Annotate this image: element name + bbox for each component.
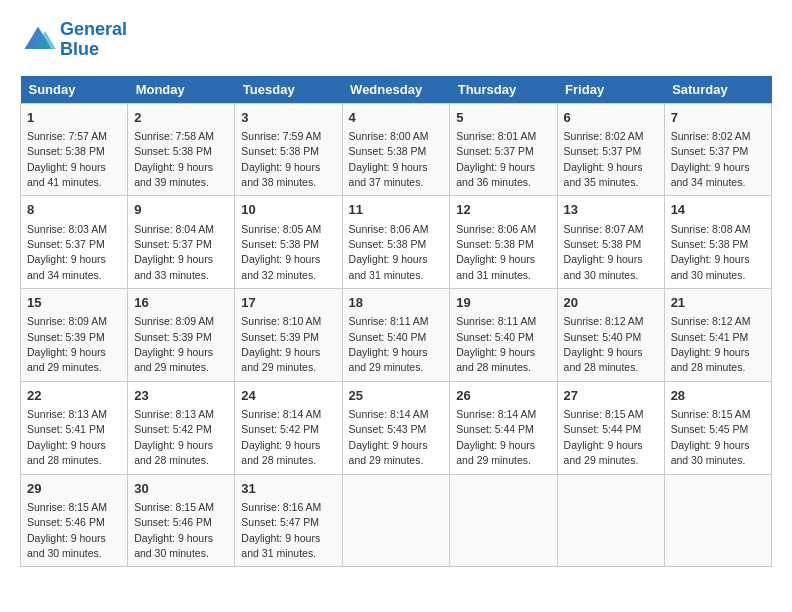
day-number: 10 (241, 201, 335, 219)
day-info: Sunrise: 8:06 AMSunset: 5:38 PMDaylight:… (349, 223, 429, 281)
calendar-cell: 7Sunrise: 8:02 AMSunset: 5:37 PMDaylight… (664, 103, 771, 196)
day-info: Sunrise: 8:16 AMSunset: 5:47 PMDaylight:… (241, 501, 321, 559)
calendar-cell: 20Sunrise: 8:12 AMSunset: 5:40 PMDayligh… (557, 289, 664, 382)
day-info: Sunrise: 8:01 AMSunset: 5:37 PMDaylight:… (456, 130, 536, 188)
calendar-cell (664, 474, 771, 567)
day-info: Sunrise: 8:15 AMSunset: 5:44 PMDaylight:… (564, 408, 644, 466)
calendar-cell: 25Sunrise: 8:14 AMSunset: 5:43 PMDayligh… (342, 381, 450, 474)
day-info: Sunrise: 8:02 AMSunset: 5:37 PMDaylight:… (671, 130, 751, 188)
calendar-cell: 8Sunrise: 8:03 AMSunset: 5:37 PMDaylight… (21, 196, 128, 289)
day-info: Sunrise: 8:13 AMSunset: 5:42 PMDaylight:… (134, 408, 214, 466)
calendar-cell: 5Sunrise: 8:01 AMSunset: 5:37 PMDaylight… (450, 103, 557, 196)
calendar-cell: 23Sunrise: 8:13 AMSunset: 5:42 PMDayligh… (128, 381, 235, 474)
column-header-thursday: Thursday (450, 76, 557, 104)
day-number: 20 (564, 294, 658, 312)
calendar-cell: 18Sunrise: 8:11 AMSunset: 5:40 PMDayligh… (342, 289, 450, 382)
calendar-cell: 6Sunrise: 8:02 AMSunset: 5:37 PMDaylight… (557, 103, 664, 196)
day-number: 15 (27, 294, 121, 312)
calendar-cell: 21Sunrise: 8:12 AMSunset: 5:41 PMDayligh… (664, 289, 771, 382)
calendar-cell: 14Sunrise: 8:08 AMSunset: 5:38 PMDayligh… (664, 196, 771, 289)
day-number: 25 (349, 387, 444, 405)
day-number: 14 (671, 201, 765, 219)
day-info: Sunrise: 8:13 AMSunset: 5:41 PMDaylight:… (27, 408, 107, 466)
calendar-week-1: 1Sunrise: 7:57 AMSunset: 5:38 PMDaylight… (21, 103, 772, 196)
day-info: Sunrise: 7:57 AMSunset: 5:38 PMDaylight:… (27, 130, 107, 188)
day-info: Sunrise: 7:59 AMSunset: 5:38 PMDaylight:… (241, 130, 321, 188)
day-info: Sunrise: 8:05 AMSunset: 5:38 PMDaylight:… (241, 223, 321, 281)
day-info: Sunrise: 8:15 AMSunset: 5:46 PMDaylight:… (134, 501, 214, 559)
page-header: General Blue (20, 20, 772, 60)
calendar-cell: 30Sunrise: 8:15 AMSunset: 5:46 PMDayligh… (128, 474, 235, 567)
day-number: 12 (456, 201, 550, 219)
day-number: 28 (671, 387, 765, 405)
calendar-cell: 27Sunrise: 8:15 AMSunset: 5:44 PMDayligh… (557, 381, 664, 474)
day-info: Sunrise: 8:09 AMSunset: 5:39 PMDaylight:… (27, 315, 107, 373)
calendar-week-5: 29Sunrise: 8:15 AMSunset: 5:46 PMDayligh… (21, 474, 772, 567)
day-number: 30 (134, 480, 228, 498)
logo: General Blue (20, 20, 127, 60)
calendar-cell: 31Sunrise: 8:16 AMSunset: 5:47 PMDayligh… (235, 474, 342, 567)
day-number: 31 (241, 480, 335, 498)
day-info: Sunrise: 8:02 AMSunset: 5:37 PMDaylight:… (564, 130, 644, 188)
day-number: 5 (456, 109, 550, 127)
column-header-sunday: Sunday (21, 76, 128, 104)
day-number: 19 (456, 294, 550, 312)
calendar-cell: 2Sunrise: 7:58 AMSunset: 5:38 PMDaylight… (128, 103, 235, 196)
calendar-cell: 1Sunrise: 7:57 AMSunset: 5:38 PMDaylight… (21, 103, 128, 196)
day-info: Sunrise: 8:00 AMSunset: 5:38 PMDaylight:… (349, 130, 429, 188)
column-header-saturday: Saturday (664, 76, 771, 104)
day-info: Sunrise: 8:11 AMSunset: 5:40 PMDaylight:… (456, 315, 536, 373)
day-info: Sunrise: 8:15 AMSunset: 5:46 PMDaylight:… (27, 501, 107, 559)
day-number: 23 (134, 387, 228, 405)
logo-icon (20, 22, 56, 58)
day-info: Sunrise: 8:11 AMSunset: 5:40 PMDaylight:… (349, 315, 429, 373)
calendar-cell: 9Sunrise: 8:04 AMSunset: 5:37 PMDaylight… (128, 196, 235, 289)
calendar-cell: 15Sunrise: 8:09 AMSunset: 5:39 PMDayligh… (21, 289, 128, 382)
calendar-cell: 12Sunrise: 8:06 AMSunset: 5:38 PMDayligh… (450, 196, 557, 289)
day-number: 21 (671, 294, 765, 312)
calendar-cell: 3Sunrise: 7:59 AMSunset: 5:38 PMDaylight… (235, 103, 342, 196)
day-number: 26 (456, 387, 550, 405)
day-info: Sunrise: 8:08 AMSunset: 5:38 PMDaylight:… (671, 223, 751, 281)
calendar-cell: 10Sunrise: 8:05 AMSunset: 5:38 PMDayligh… (235, 196, 342, 289)
calendar-cell: 4Sunrise: 8:00 AMSunset: 5:38 PMDaylight… (342, 103, 450, 196)
calendar-cell (557, 474, 664, 567)
day-number: 1 (27, 109, 121, 127)
column-header-monday: Monday (128, 76, 235, 104)
day-number: 11 (349, 201, 444, 219)
calendar-cell: 24Sunrise: 8:14 AMSunset: 5:42 PMDayligh… (235, 381, 342, 474)
day-number: 27 (564, 387, 658, 405)
day-info: Sunrise: 8:10 AMSunset: 5:39 PMDaylight:… (241, 315, 321, 373)
calendar-cell: 29Sunrise: 8:15 AMSunset: 5:46 PMDayligh… (21, 474, 128, 567)
day-info: Sunrise: 8:09 AMSunset: 5:39 PMDaylight:… (134, 315, 214, 373)
day-number: 7 (671, 109, 765, 127)
calendar-header-row: SundayMondayTuesdayWednesdayThursdayFrid… (21, 76, 772, 104)
calendar-week-2: 8Sunrise: 8:03 AMSunset: 5:37 PMDaylight… (21, 196, 772, 289)
day-number: 22 (27, 387, 121, 405)
calendar-table: SundayMondayTuesdayWednesdayThursdayFrid… (20, 76, 772, 568)
day-number: 8 (27, 201, 121, 219)
column-header-wednesday: Wednesday (342, 76, 450, 104)
calendar-body: 1Sunrise: 7:57 AMSunset: 5:38 PMDaylight… (21, 103, 772, 567)
day-info: Sunrise: 8:12 AMSunset: 5:41 PMDaylight:… (671, 315, 751, 373)
calendar-week-3: 15Sunrise: 8:09 AMSunset: 5:39 PMDayligh… (21, 289, 772, 382)
day-info: Sunrise: 8:14 AMSunset: 5:43 PMDaylight:… (349, 408, 429, 466)
calendar-cell: 11Sunrise: 8:06 AMSunset: 5:38 PMDayligh… (342, 196, 450, 289)
calendar-cell (450, 474, 557, 567)
day-info: Sunrise: 8:03 AMSunset: 5:37 PMDaylight:… (27, 223, 107, 281)
day-info: Sunrise: 8:15 AMSunset: 5:45 PMDaylight:… (671, 408, 751, 466)
day-number: 24 (241, 387, 335, 405)
column-header-tuesday: Tuesday (235, 76, 342, 104)
calendar-cell: 28Sunrise: 8:15 AMSunset: 5:45 PMDayligh… (664, 381, 771, 474)
calendar-cell: 26Sunrise: 8:14 AMSunset: 5:44 PMDayligh… (450, 381, 557, 474)
day-number: 18 (349, 294, 444, 312)
calendar-cell: 19Sunrise: 8:11 AMSunset: 5:40 PMDayligh… (450, 289, 557, 382)
day-number: 13 (564, 201, 658, 219)
day-info: Sunrise: 8:14 AMSunset: 5:44 PMDaylight:… (456, 408, 536, 466)
day-info: Sunrise: 8:07 AMSunset: 5:38 PMDaylight:… (564, 223, 644, 281)
calendar-cell: 17Sunrise: 8:10 AMSunset: 5:39 PMDayligh… (235, 289, 342, 382)
day-number: 29 (27, 480, 121, 498)
day-info: Sunrise: 8:14 AMSunset: 5:42 PMDaylight:… (241, 408, 321, 466)
logo-text: General Blue (60, 20, 127, 60)
day-info: Sunrise: 8:04 AMSunset: 5:37 PMDaylight:… (134, 223, 214, 281)
